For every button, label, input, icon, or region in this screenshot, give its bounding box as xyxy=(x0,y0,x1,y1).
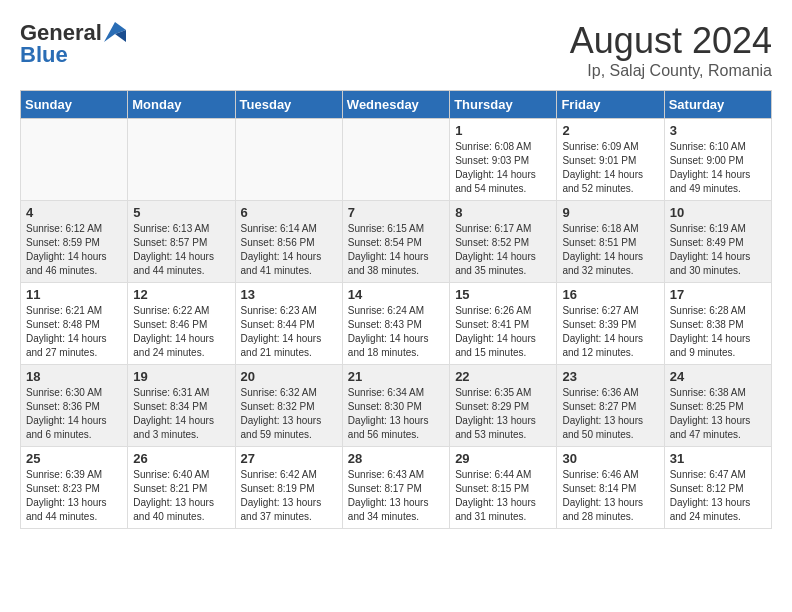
day-number: 15 xyxy=(455,287,551,302)
day-info: Sunrise: 6:24 AM Sunset: 8:43 PM Dayligh… xyxy=(348,304,444,360)
calendar-cell: 8Sunrise: 6:17 AM Sunset: 8:52 PM Daylig… xyxy=(450,201,557,283)
day-number: 8 xyxy=(455,205,551,220)
day-number: 24 xyxy=(670,369,766,384)
calendar-week-1: 1Sunrise: 6:08 AM Sunset: 9:03 PM Daylig… xyxy=(21,119,772,201)
calendar-cell: 21Sunrise: 6:34 AM Sunset: 8:30 PM Dayli… xyxy=(342,365,449,447)
day-number: 2 xyxy=(562,123,658,138)
calendar-cell: 2Sunrise: 6:09 AM Sunset: 9:01 PM Daylig… xyxy=(557,119,664,201)
calendar-week-2: 4Sunrise: 6:12 AM Sunset: 8:59 PM Daylig… xyxy=(21,201,772,283)
day-info: Sunrise: 6:40 AM Sunset: 8:21 PM Dayligh… xyxy=(133,468,229,524)
page-header: General Blue August 2024 Ip, Salaj Count… xyxy=(20,20,772,80)
day-info: Sunrise: 6:22 AM Sunset: 8:46 PM Dayligh… xyxy=(133,304,229,360)
day-number: 4 xyxy=(26,205,122,220)
day-info: Sunrise: 6:15 AM Sunset: 8:54 PM Dayligh… xyxy=(348,222,444,278)
day-info: Sunrise: 6:28 AM Sunset: 8:38 PM Dayligh… xyxy=(670,304,766,360)
day-number: 14 xyxy=(348,287,444,302)
day-info: Sunrise: 6:13 AM Sunset: 8:57 PM Dayligh… xyxy=(133,222,229,278)
calendar-cell: 16Sunrise: 6:27 AM Sunset: 8:39 PM Dayli… xyxy=(557,283,664,365)
title-block: August 2024 Ip, Salaj County, Romania xyxy=(570,20,772,80)
calendar-cell: 7Sunrise: 6:15 AM Sunset: 8:54 PM Daylig… xyxy=(342,201,449,283)
day-info: Sunrise: 6:23 AM Sunset: 8:44 PM Dayligh… xyxy=(241,304,337,360)
day-info: Sunrise: 6:36 AM Sunset: 8:27 PM Dayligh… xyxy=(562,386,658,442)
calendar-cell: 18Sunrise: 6:30 AM Sunset: 8:36 PM Dayli… xyxy=(21,365,128,447)
calendar-cell: 11Sunrise: 6:21 AM Sunset: 8:48 PM Dayli… xyxy=(21,283,128,365)
day-number: 25 xyxy=(26,451,122,466)
day-number: 5 xyxy=(133,205,229,220)
day-info: Sunrise: 6:09 AM Sunset: 9:01 PM Dayligh… xyxy=(562,140,658,196)
day-number: 18 xyxy=(26,369,122,384)
day-info: Sunrise: 6:47 AM Sunset: 8:12 PM Dayligh… xyxy=(670,468,766,524)
day-info: Sunrise: 6:46 AM Sunset: 8:14 PM Dayligh… xyxy=(562,468,658,524)
calendar-cell: 19Sunrise: 6:31 AM Sunset: 8:34 PM Dayli… xyxy=(128,365,235,447)
logo-bird-icon xyxy=(104,22,126,42)
day-info: Sunrise: 6:17 AM Sunset: 8:52 PM Dayligh… xyxy=(455,222,551,278)
calendar-cell: 29Sunrise: 6:44 AM Sunset: 8:15 PM Dayli… xyxy=(450,447,557,529)
calendar-week-4: 18Sunrise: 6:30 AM Sunset: 8:36 PM Dayli… xyxy=(21,365,772,447)
day-info: Sunrise: 6:35 AM Sunset: 8:29 PM Dayligh… xyxy=(455,386,551,442)
calendar-cell: 17Sunrise: 6:28 AM Sunset: 8:38 PM Dayli… xyxy=(664,283,771,365)
day-number: 27 xyxy=(241,451,337,466)
day-header-thursday: Thursday xyxy=(450,91,557,119)
day-number: 10 xyxy=(670,205,766,220)
day-info: Sunrise: 6:18 AM Sunset: 8:51 PM Dayligh… xyxy=(562,222,658,278)
day-number: 13 xyxy=(241,287,337,302)
day-number: 19 xyxy=(133,369,229,384)
day-number: 1 xyxy=(455,123,551,138)
calendar-cell: 3Sunrise: 6:10 AM Sunset: 9:00 PM Daylig… xyxy=(664,119,771,201)
day-headers-row: SundayMondayTuesdayWednesdayThursdayFrid… xyxy=(21,91,772,119)
day-header-monday: Monday xyxy=(128,91,235,119)
day-number: 9 xyxy=(562,205,658,220)
calendar-cell: 24Sunrise: 6:38 AM Sunset: 8:25 PM Dayli… xyxy=(664,365,771,447)
day-info: Sunrise: 6:42 AM Sunset: 8:19 PM Dayligh… xyxy=(241,468,337,524)
calendar-table: SundayMondayTuesdayWednesdayThursdayFrid… xyxy=(20,90,772,529)
day-info: Sunrise: 6:34 AM Sunset: 8:30 PM Dayligh… xyxy=(348,386,444,442)
day-number: 11 xyxy=(26,287,122,302)
calendar-cell: 23Sunrise: 6:36 AM Sunset: 8:27 PM Dayli… xyxy=(557,365,664,447)
day-number: 22 xyxy=(455,369,551,384)
day-info: Sunrise: 6:43 AM Sunset: 8:17 PM Dayligh… xyxy=(348,468,444,524)
calendar-cell: 10Sunrise: 6:19 AM Sunset: 8:49 PM Dayli… xyxy=(664,201,771,283)
calendar-cell: 4Sunrise: 6:12 AM Sunset: 8:59 PM Daylig… xyxy=(21,201,128,283)
day-number: 7 xyxy=(348,205,444,220)
calendar-cell xyxy=(21,119,128,201)
day-number: 28 xyxy=(348,451,444,466)
day-info: Sunrise: 6:30 AM Sunset: 8:36 PM Dayligh… xyxy=(26,386,122,442)
day-number: 16 xyxy=(562,287,658,302)
day-info: Sunrise: 6:32 AM Sunset: 8:32 PM Dayligh… xyxy=(241,386,337,442)
day-info: Sunrise: 6:08 AM Sunset: 9:03 PM Dayligh… xyxy=(455,140,551,196)
calendar-cell: 14Sunrise: 6:24 AM Sunset: 8:43 PM Dayli… xyxy=(342,283,449,365)
day-info: Sunrise: 6:12 AM Sunset: 8:59 PM Dayligh… xyxy=(26,222,122,278)
day-header-sunday: Sunday xyxy=(21,91,128,119)
calendar-cell xyxy=(128,119,235,201)
calendar-cell: 1Sunrise: 6:08 AM Sunset: 9:03 PM Daylig… xyxy=(450,119,557,201)
day-info: Sunrise: 6:38 AM Sunset: 8:25 PM Dayligh… xyxy=(670,386,766,442)
calendar-cell: 9Sunrise: 6:18 AM Sunset: 8:51 PM Daylig… xyxy=(557,201,664,283)
month-year-title: August 2024 xyxy=(570,20,772,62)
day-number: 30 xyxy=(562,451,658,466)
day-number: 20 xyxy=(241,369,337,384)
day-info: Sunrise: 6:19 AM Sunset: 8:49 PM Dayligh… xyxy=(670,222,766,278)
day-number: 26 xyxy=(133,451,229,466)
calendar-cell: 15Sunrise: 6:26 AM Sunset: 8:41 PM Dayli… xyxy=(450,283,557,365)
day-info: Sunrise: 6:21 AM Sunset: 8:48 PM Dayligh… xyxy=(26,304,122,360)
calendar-cell: 28Sunrise: 6:43 AM Sunset: 8:17 PM Dayli… xyxy=(342,447,449,529)
calendar-cell xyxy=(342,119,449,201)
calendar-cell: 25Sunrise: 6:39 AM Sunset: 8:23 PM Dayli… xyxy=(21,447,128,529)
day-info: Sunrise: 6:10 AM Sunset: 9:00 PM Dayligh… xyxy=(670,140,766,196)
day-info: Sunrise: 6:27 AM Sunset: 8:39 PM Dayligh… xyxy=(562,304,658,360)
location-subtitle: Ip, Salaj County, Romania xyxy=(570,62,772,80)
calendar-cell: 26Sunrise: 6:40 AM Sunset: 8:21 PM Dayli… xyxy=(128,447,235,529)
day-number: 23 xyxy=(562,369,658,384)
calendar-week-5: 25Sunrise: 6:39 AM Sunset: 8:23 PM Dayli… xyxy=(21,447,772,529)
day-number: 17 xyxy=(670,287,766,302)
calendar-cell: 5Sunrise: 6:13 AM Sunset: 8:57 PM Daylig… xyxy=(128,201,235,283)
day-number: 12 xyxy=(133,287,229,302)
calendar-week-3: 11Sunrise: 6:21 AM Sunset: 8:48 PM Dayli… xyxy=(21,283,772,365)
day-header-wednesday: Wednesday xyxy=(342,91,449,119)
day-header-tuesday: Tuesday xyxy=(235,91,342,119)
day-number: 6 xyxy=(241,205,337,220)
calendar-cell: 6Sunrise: 6:14 AM Sunset: 8:56 PM Daylig… xyxy=(235,201,342,283)
calendar-cell: 22Sunrise: 6:35 AM Sunset: 8:29 PM Dayli… xyxy=(450,365,557,447)
day-info: Sunrise: 6:39 AM Sunset: 8:23 PM Dayligh… xyxy=(26,468,122,524)
calendar-cell: 13Sunrise: 6:23 AM Sunset: 8:44 PM Dayli… xyxy=(235,283,342,365)
